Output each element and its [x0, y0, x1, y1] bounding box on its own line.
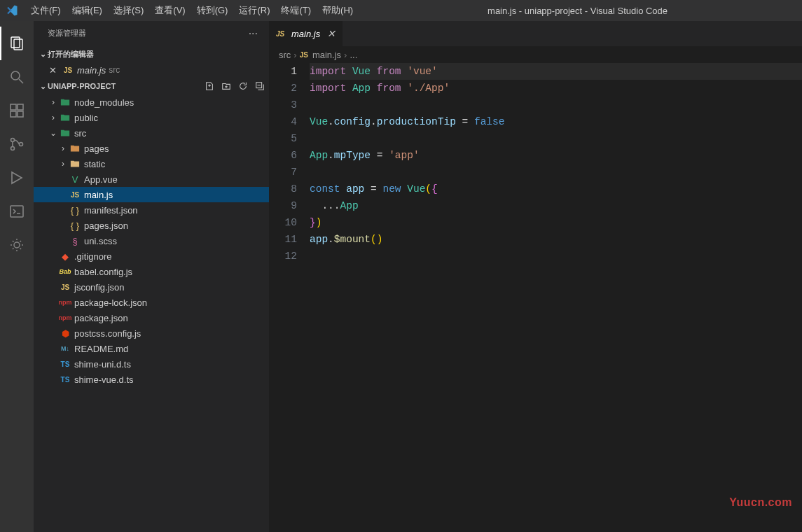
- activity-ai-icon[interactable]: [0, 228, 34, 262]
- tree-file[interactable]: ◆.gitignore: [34, 248, 269, 264]
- code-line[interactable]: import Vue from 'vue': [310, 63, 802, 80]
- activity-search-icon[interactable]: [0, 60, 34, 94]
- tree-item-label: jsconfig.json: [74, 282, 125, 293]
- tree-item-label: babel.config.js: [74, 267, 132, 277]
- project-section[interactable]: ⌄ UNIAPP-PROJECT: [34, 78, 269, 94]
- tree-file[interactable]: Babbabel.config.js: [34, 264, 269, 279]
- tree-file[interactable]: JSjsconfig.json: [34, 279, 269, 295]
- code-line[interactable]: [310, 164, 802, 181]
- menu-item[interactable]: 查看(V): [149, 1, 191, 20]
- js-file-icon: JS: [276, 30, 287, 38]
- code-line[interactable]: import App from './App': [310, 80, 802, 97]
- code-content[interactable]: import Vue from 'vue'import App from './…: [310, 63, 802, 532]
- activity-terminal-icon[interactable]: [0, 195, 34, 228]
- close-tab-icon[interactable]: ✕: [327, 28, 336, 39]
- tree-file[interactable]: §uni.scss: [34, 233, 269, 248]
- sidebar-more-icon[interactable]: ···: [249, 27, 258, 40]
- menu-item[interactable]: 转到(G): [191, 1, 234, 20]
- breadcrumb-separator-icon: ›: [344, 50, 347, 60]
- tree-folder[interactable]: ›public: [34, 110, 269, 125]
- tree-file[interactable]: npmpackage-lock.json: [34, 295, 269, 310]
- tree-folder[interactable]: ›static: [34, 156, 269, 172]
- code-line[interactable]: App.mpType = 'app': [310, 147, 802, 164]
- menu-item[interactable]: 文件(F): [25, 1, 67, 20]
- tree-item-label: public: [74, 113, 98, 123]
- code-line[interactable]: [310, 97, 802, 113]
- line-number: 9: [269, 197, 297, 214]
- activity-run-debug-icon[interactable]: [0, 161, 34, 195]
- tree-folder[interactable]: ›node_modules: [34, 94, 269, 110]
- tree-folder[interactable]: ›pages: [34, 141, 269, 156]
- tree-file[interactable]: ⬢postcss.config.js: [34, 326, 269, 341]
- tree-item-label: pages: [84, 144, 109, 154]
- refresh-icon[interactable]: [238, 81, 248, 91]
- breadcrumb-item[interactable]: src: [279, 50, 291, 60]
- tree-file[interactable]: VApp.vue: [34, 172, 269, 187]
- menu-item[interactable]: 选择(S): [108, 1, 149, 20]
- svg-rect-0: [11, 37, 20, 48]
- file-icon: V: [69, 174, 81, 185]
- collapse-all-icon[interactable]: [255, 81, 265, 91]
- code-line[interactable]: Vue.config.productionTip = false: [310, 113, 802, 130]
- menu-item[interactable]: 帮助(H): [317, 1, 359, 20]
- breadcrumb-item[interactable]: ...: [350, 50, 357, 60]
- tree-file[interactable]: { }pages.json: [34, 218, 269, 233]
- menu-item[interactable]: 运行(R): [233, 1, 275, 20]
- file-icon: npm: [59, 299, 71, 306]
- tree-file[interactable]: { }manifest.json: [34, 202, 269, 218]
- new-file-icon[interactable]: [205, 81, 214, 91]
- open-editors-label: 打开的编辑器: [48, 49, 94, 59]
- tree-item-label: postcss.config.js: [74, 328, 141, 339]
- menu-item[interactable]: 终端(T): [275, 1, 317, 20]
- watermark-text: Yuucn.com: [729, 494, 792, 511]
- tree-file[interactable]: TSshime-vue.d.ts: [34, 372, 269, 387]
- folder-icon: [69, 144, 81, 153]
- tree-item-label: App.vue: [84, 174, 118, 185]
- code-line[interactable]: [310, 248, 802, 265]
- svg-rect-7: [18, 104, 23, 110]
- code-line[interactable]: [310, 130, 802, 147]
- file-icon: JS: [69, 191, 81, 199]
- line-gutter: 123456789101112: [269, 63, 310, 532]
- activity-extensions-icon[interactable]: [0, 94, 34, 127]
- line-number: 6: [269, 147, 297, 164]
- menu-item[interactable]: 编辑(E): [67, 1, 108, 20]
- line-number: 4: [269, 113, 297, 130]
- folder-icon: [59, 128, 71, 138]
- line-number: 11: [269, 231, 297, 248]
- line-number: 5: [269, 130, 297, 147]
- editor-tab[interactable]: JS main.js ✕: [269, 21, 343, 46]
- tree-file[interactable]: JSmain.js: [34, 187, 269, 202]
- open-editors-section[interactable]: ⌄ 打开的编辑器: [34, 46, 269, 62]
- vscode-logo-icon: [6, 4, 18, 17]
- code-line[interactable]: const app = new Vue({: [310, 181, 802, 197]
- title-bar: 文件(F)编辑(E)选择(S)查看(V)转到(G)运行(R)终端(T)帮助(H)…: [0, 0, 802, 21]
- tree-item-label: README.md: [74, 344, 128, 354]
- breadcrumb-separator-icon: ›: [293, 50, 296, 60]
- close-editor-icon[interactable]: ✕: [49, 65, 62, 76]
- svg-line-3: [19, 79, 23, 83]
- activity-source-control-icon[interactable]: [0, 127, 34, 161]
- open-editor-item[interactable]: ✕ JS main.js src: [34, 62, 269, 78]
- folder-icon: [59, 97, 71, 107]
- line-number: 3: [269, 97, 297, 113]
- activity-explorer-icon[interactable]: [0, 27, 34, 60]
- breadcrumbs[interactable]: src›JSmain.js›...: [269, 46, 802, 63]
- new-folder-icon[interactable]: [221, 81, 231, 91]
- svg-rect-6: [18, 111, 23, 117]
- code-line[interactable]: }): [310, 214, 802, 231]
- tree-file[interactable]: M↓README.md: [34, 341, 269, 356]
- line-number: 10: [269, 214, 297, 231]
- svg-point-9: [11, 147, 15, 150]
- breadcrumb-item[interactable]: main.js: [312, 50, 341, 60]
- chevron-down-icon: ⌄: [38, 50, 48, 59]
- menu-bar: 文件(F)编辑(E)选择(S)查看(V)转到(G)运行(R)终端(T)帮助(H): [25, 1, 359, 20]
- code-line[interactable]: ...App: [310, 197, 802, 214]
- tree-file[interactable]: npmpackage.json: [34, 310, 269, 326]
- chevron-right-icon: ›: [57, 144, 69, 153]
- tree-folder[interactable]: ⌄src: [34, 125, 269, 141]
- tree-file[interactable]: TSshime-uni.d.ts: [34, 356, 269, 372]
- file-icon: ⬢: [59, 328, 71, 339]
- code-line[interactable]: app.$mount(): [310, 231, 802, 248]
- code-editor[interactable]: 123456789101112 import Vue from 'vue'imp…: [269, 63, 802, 532]
